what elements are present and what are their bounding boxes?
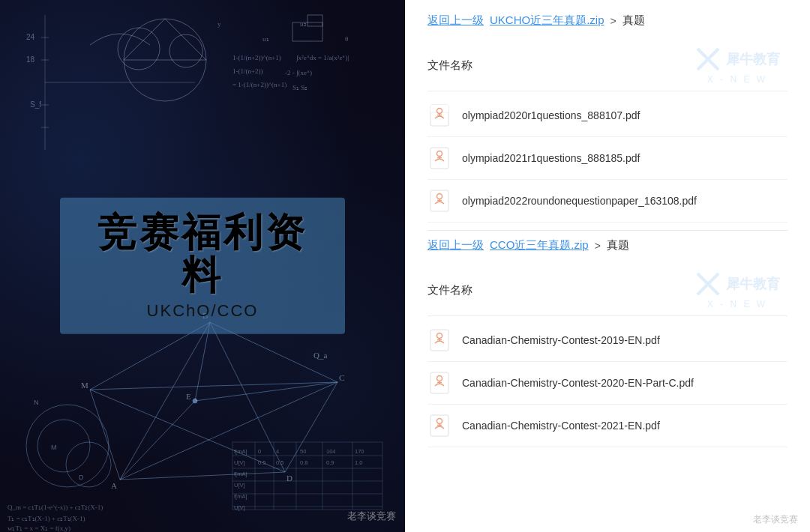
ukcho-nav-bar: 返回上一级 UKCHO近三年真题.zip > 真题 (428, 13, 788, 28)
pdf-icon (428, 371, 452, 395)
table-row: Canadian-Chemistry-Contest-2019-EN.pdf (428, 319, 788, 362)
svg-text:Q_a: Q_a (314, 351, 327, 360)
ukcho-nav-folder: 真题 (622, 13, 645, 28)
file-name[interactable]: Canadian-Chemistry-Contest-2019-EN.pdf (462, 334, 788, 346)
svg-text:U[V]: U[V] (234, 482, 245, 489)
svg-text:Q_m = c₁T₁(1-e^(-x)) + c₂T₂(X-: Q_m = c₁T₁(1-e^(-x)) + c₂T₂(X-1) (8, 504, 103, 511)
svg-text:0.5: 0.5 (258, 459, 266, 466)
svg-text:f[mA]: f[mA] (234, 493, 248, 500)
cco-nav-sep: > (595, 240, 601, 252)
svg-text:u₁: u₁ (262, 35, 269, 43)
table-row: Canadian-Chemistry-Contest-2021-EN.pdf (428, 405, 788, 447)
svg-marker-12 (124, 19, 206, 60)
svg-text:0.8: 0.8 (300, 459, 308, 466)
cco-file-list: Canadian-Chemistry-Contest-2019-EN.pdf C… (428, 319, 788, 447)
svg-text:f[mA]: f[mA] (234, 448, 248, 455)
svg-text:y: y (218, 20, 221, 28)
table-row: olympiad2020r1questions_888107.pdf (428, 94, 788, 137)
svg-text:S₁    S₂: S₁ S₂ (292, 84, 308, 91)
table-row: olympiad2022roundonequestionpaper_163108… (428, 180, 788, 223)
svg-text:N: N (34, 399, 39, 406)
svg-text:0.9: 0.9 (326, 459, 334, 466)
ukcho-file-list: olympiad2020r1questions_888107.pdf olymp… (428, 94, 788, 223)
table-row: Canadian-Chemistry-Contest-2020-EN-Part-… (428, 362, 788, 405)
xnew-logo-2: 犀牛教育 X - N E W (694, 270, 780, 309)
ukcho-header-label: 文件名称 (428, 58, 694, 73)
svg-point-42 (26, 405, 109, 487)
svg-text:1-(1/(n+2)): 1-(1/(n+2)) (232, 67, 263, 75)
svg-text:D: D (79, 474, 84, 481)
svg-line-30 (90, 382, 338, 390)
svg-line-26 (90, 390, 285, 472)
svg-rect-24 (308, 15, 322, 26)
svg-text:w₁T₁ = x = X₁ = f(x,y): w₁T₁ = x = X₁ = f(x,y) (8, 525, 70, 532)
svg-text:u₂: u₂ (300, 20, 307, 28)
svg-text:104: 104 (326, 448, 336, 455)
corner-watermark: 老李谈竞赛 (753, 513, 798, 526)
xnew-sub-1: X - N E W (707, 74, 767, 85)
xnew-logo-1: 犀牛教育 X - N E W (694, 46, 780, 85)
svg-text:S_f: S_f (30, 100, 41, 109)
file-name[interactable]: Canadian-Chemistry-Contest-2020-EN-Part-… (462, 377, 788, 389)
svg-text:24: 24 (26, 33, 35, 41)
file-name[interactable]: olympiad2022roundonequestionpaper_163108… (462, 195, 788, 207)
file-name[interactable]: olympiad2020r1questions_888107.pdf (462, 109, 788, 121)
file-name[interactable]: olympiad2021r1questions_888185.pdf (462, 152, 788, 164)
svg-text:1.0: 1.0 (355, 459, 362, 466)
xnew-icon-2 (694, 270, 722, 297)
svg-text:E: E (186, 392, 191, 401)
svg-text:= 1-(1/(n+2))^(n+1): = 1-(1/(n+2))^(n+1) (232, 81, 286, 88)
file-name[interactable]: Canadian-Chemistry-Contest-2021-EN.pdf (462, 420, 788, 432)
svg-text:T₁ = c₁T₁(X-1) + c₂T₁(X-1): T₁ = c₁T₁(X-1) + c₂T₁(X-1) (8, 515, 86, 522)
svg-text:18: 18 (26, 55, 35, 64)
svg-marker-25 (90, 322, 338, 480)
title-overlay: 竞赛福利资料 UKChO/CCO (60, 198, 345, 334)
cco-section: 返回上一级 CCO近三年真题.zip > 真题 文件名称 犀牛教育 X - N … (428, 238, 788, 447)
svg-text:4: 4 (276, 448, 279, 455)
svg-text:50: 50 (300, 448, 306, 455)
ukcho-section: 返回上一级 UKCHO近三年真题.zip > 真题 文件名称 犀牛教育 X - … (428, 13, 788, 223)
svg-point-34 (193, 399, 197, 403)
left-watermark: 老李谈竞赛 (347, 510, 396, 523)
svg-text:θ: θ (345, 35, 348, 43)
cco-nav-folder: 真题 (607, 238, 629, 253)
cco-zip-link[interactable]: CCO近三年真题.zip (490, 238, 589, 253)
right-panel: 返回上一级 UKCHO近三年真题.zip > 真题 文件名称 犀牛教育 X - … (405, 0, 810, 532)
ukcho-nav-sep: > (610, 15, 616, 27)
svg-text:M: M (81, 381, 88, 390)
xnew-icon-1 (694, 46, 722, 73)
xnew-text-2: 犀牛教育 (726, 275, 780, 293)
ukcho-back-link[interactable]: 返回上一级 (428, 13, 484, 28)
main-title: 竞赛福利资料 (82, 211, 322, 297)
svg-text:C: C (339, 373, 344, 382)
subtitle: UKChO/CCO (82, 301, 322, 321)
pdf-icon (428, 103, 452, 127)
svg-text:0: 0 (258, 448, 261, 455)
xnew-sub-2: X - N E W (707, 299, 767, 309)
svg-text:-2 - ∫(xeˣ): -2 - ∫(xeˣ) (285, 69, 312, 77)
pdf-icon (428, 189, 452, 213)
cco-nav-bar: 返回上一级 CCO近三年真题.zip > 真题 (428, 238, 788, 253)
svg-text:∫x²eˣdx = 1/a(x²eˣ)|: ∫x²eˣdx = 1/a(x²eˣ)| (296, 54, 349, 62)
ukcho-zip-link[interactable]: UKCHO近三年真题.zip (490, 13, 604, 28)
xnew-text-1: 犀牛教育 (726, 50, 780, 68)
section-divider (428, 230, 788, 231)
pdf-icon (428, 146, 452, 170)
table-row: olympiad2021r1questions_888185.pdf (428, 137, 788, 180)
svg-text:f[mA]: f[mA] (234, 471, 248, 477)
svg-line-33 (120, 401, 195, 480)
ukcho-file-header: 文件名称 犀牛教育 X - N E W (428, 38, 788, 91)
svg-text:U[V]: U[V] (234, 459, 245, 466)
svg-text:A: A (111, 481, 117, 490)
svg-point-43 (38, 420, 90, 472)
svg-text:0.5: 0.5 (276, 459, 284, 466)
pdf-icon (428, 328, 452, 352)
svg-text:M: M (51, 444, 57, 451)
left-panel: 24 18 S_f y u₁ u₂ θ 1-(1/(n+2))^(n+1) 1-… (0, 0, 405, 532)
cco-back-link[interactable]: 返回上一级 (428, 238, 484, 253)
pdf-icon (428, 414, 452, 438)
svg-text:1-(1/(n+2))^(n+1): 1-(1/(n+2))^(n+1) (232, 54, 281, 61)
svg-text:U[V]: U[V] (234, 504, 245, 511)
cco-file-header: 文件名称 犀牛教育 X - N E W (428, 263, 788, 316)
svg-text:170: 170 (355, 448, 364, 455)
